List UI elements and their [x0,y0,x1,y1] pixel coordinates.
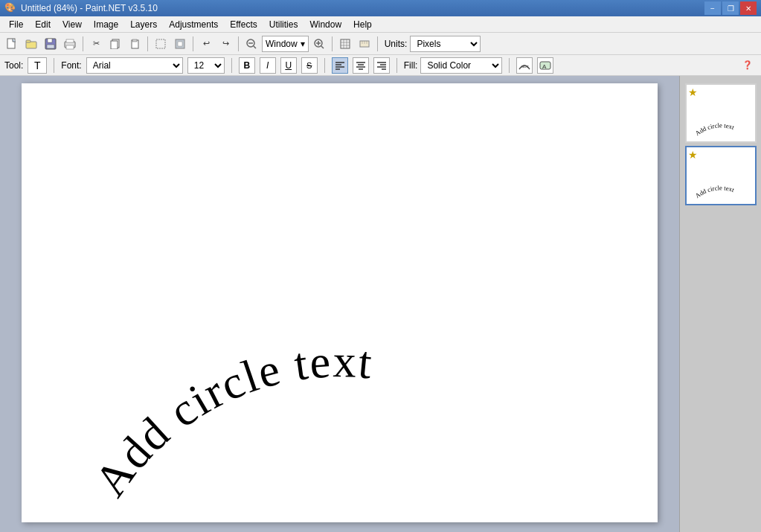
window-controls: − ❐ ✕ [704,1,757,15]
tool-sep-2 [231,58,232,73]
align-center-button[interactable] [353,57,369,74]
star-icon-1: ★ [688,86,700,98]
toolbar-sep-3 [193,36,193,51]
title-bar: 🎨 Untitled (84%) - Paint.NET v3.5.10 − ❐… [0,0,761,16]
save-button[interactable] [42,35,60,53]
toolbar-sep-4 [238,36,239,51]
canvas: Add circle text [22,83,658,522]
tool-sep-3 [324,58,325,73]
zoom-out-button[interactable] [243,35,260,53]
svg-rect-2 [26,40,30,42]
app-icon: 🎨 [4,2,16,14]
units-label: Units: [385,39,408,49]
menu-edit[interactable]: Edit [29,16,57,32]
thumbnail-1[interactable]: ★ Add circle text [685,83,757,143]
svg-rect-5 [47,45,54,48]
grid-button[interactable] [336,35,354,53]
close-button[interactable]: ✕ [740,1,757,15]
underline-button[interactable]: U [280,57,297,74]
svg-rect-12 [132,39,137,42]
curve-text-button[interactable]: abc [516,57,533,74]
menu-view[interactable]: View [57,16,88,32]
svg-rect-10 [111,41,118,49]
new-button[interactable] [3,35,21,53]
strikethrough-button[interactable]: S [301,57,318,74]
menu-effects[interactable]: Effects [224,16,263,32]
svg-rect-23 [341,39,350,48]
menu-window[interactable]: Window [304,16,347,32]
deselect-button[interactable] [152,35,170,53]
toolbar-sep-2 [147,36,148,51]
font-size-select[interactable]: 8 10 12 14 16 18 24 36 48 72 [187,57,225,74]
fill-select[interactable]: Solid Color Gradient (Linear) Gradient (… [420,57,502,74]
right-panel: ★ Add circle text ★ Add circle text [679,76,761,532]
svg-rect-8 [66,45,74,49]
restore-button[interactable]: ❐ [722,1,739,15]
menu-layers[interactable]: Layers [124,16,163,32]
tool-sep-1 [54,58,54,73]
canvas-area[interactable]: Add circle text [0,76,679,532]
menu-file[interactable]: File [3,16,29,32]
menu-adjustments[interactable]: Adjustments [163,16,224,32]
zoom-value: Window [266,39,298,49]
italic-button[interactable]: I [260,57,276,74]
units-select[interactable]: Pixels Inches Centimeters [410,36,481,52]
print-button[interactable] [61,35,79,53]
tool-sep-5 [509,58,510,73]
fill-group: Fill: Solid Color Gradient (Linear) Grad… [404,57,503,74]
history-label [685,79,757,80]
toolbar-sep-6 [377,36,378,51]
menu-image[interactable]: Image [88,16,124,32]
paste-button[interactable] [126,35,144,53]
ruler-button[interactable] [356,35,373,53]
zoom-in-button[interactable] [310,35,328,53]
svg-text:abc: abc [521,64,529,68]
invert-selection-button[interactable] [171,35,189,53]
cut-button[interactable]: ✂ [87,35,105,53]
tool-icon: T [28,57,47,74]
open-button[interactable] [22,35,40,53]
svg-rect-7 [66,39,74,42]
svg-text:A: A [542,63,547,70]
svg-text:Add circle text: Add circle text [693,121,735,137]
align-left-button[interactable] [332,57,348,74]
font-select[interactable]: Arial Times New Roman Courier New [86,57,183,74]
font-label: Font: [61,60,81,71]
zoom-dropdown[interactable]: Window ▾ [262,36,309,52]
svg-rect-13 [156,39,165,48]
thumbnail-2[interactable]: ★ Add circle text [685,146,757,205]
main-area: Add circle text ★ Add circle text ★ [0,76,761,532]
zoom-arrow: ▾ [301,39,305,49]
tool-label: Tool: [4,60,23,71]
toolbar-sep-1 [83,36,83,51]
fill-label: Fill: [404,60,418,71]
svg-rect-15 [178,42,182,46]
svg-line-18 [254,46,256,48]
tool-options-bar: Tool: T Font: Arial Times New Roman Cour… [0,55,761,76]
window-title: Untitled (84%) - Paint.NET v3.5.10 [21,3,158,13]
svg-text:Add circle text: Add circle text [85,336,376,505]
menu-utilities[interactable]: Utilities [263,16,304,32]
redo-button[interactable]: ↪ [216,35,234,53]
menu-bar: File Edit View Image Layers Adjustments … [0,16,761,33]
align-right-button[interactable] [373,57,390,74]
copy-button[interactable] [106,35,124,53]
undo-button[interactable]: ↩ [197,35,215,53]
toolbar-sep-5 [332,36,333,51]
text-effect-button[interactable]: A [537,57,553,74]
svg-rect-4 [48,39,52,42]
svg-line-22 [321,46,324,48]
units-group: Units: Pixels Inches Centimeters [385,36,481,52]
bold-button[interactable]: B [239,57,255,74]
tool-sep-4 [396,58,397,73]
menu-help[interactable]: Help [347,16,378,32]
main-toolbar: ✂ ↩ ↪ Window ▾ Units: Pixels Inches Cent… [0,33,761,55]
curved-text-svg: Add circle text [22,83,658,522]
svg-text:Add circle text: Add circle text [693,184,735,199]
help-context-button[interactable]: ❓ [739,57,757,74]
minimize-button[interactable]: − [704,1,721,15]
star-icon-2: ★ [688,149,700,161]
